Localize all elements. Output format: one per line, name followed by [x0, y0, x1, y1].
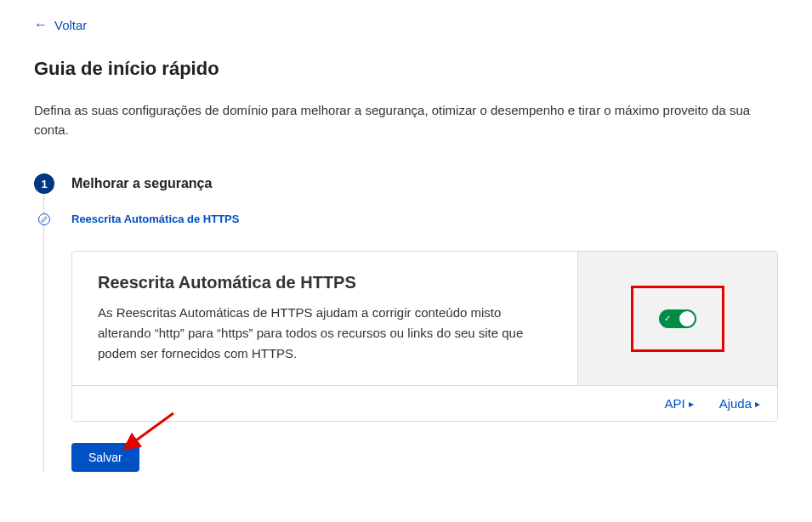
steps-container: 1 Melhorar a segurança Reescrita Automát…: [34, 173, 778, 472]
caret-right-icon: ▸: [689, 398, 694, 410]
pencil-icon: [38, 213, 50, 225]
card-body: Reescrita Automática de HTTPS As Reescri…: [72, 252, 777, 385]
timeline-line: [43, 194, 44, 472]
card-text-area: Reescrita Automática de HTTPS As Reescri…: [72, 252, 577, 385]
caret-right-icon: ▸: [755, 398, 760, 410]
card-description: As Reescritas Automáticas de HTTPS ajuda…: [98, 303, 552, 364]
toggle-knob: [679, 311, 695, 326]
check-icon: ✓: [664, 315, 671, 323]
page-title: Guia de início rápido: [34, 58, 778, 80]
arrow-left-icon: ←: [34, 17, 48, 32]
api-link[interactable]: API ▸: [664, 396, 693, 411]
card-title: Reescrita Automática de HTTPS: [98, 273, 552, 292]
substep-icon-wrap: [34, 213, 54, 225]
back-label: Voltar: [54, 18, 87, 32]
card-footer: API ▸ Ajuda ▸: [72, 385, 777, 421]
https-rewrite-toggle[interactable]: ✓: [659, 309, 696, 328]
card-toggle-area: ✓: [577, 252, 777, 385]
api-link-label: API: [664, 396, 684, 411]
back-link[interactable]: ← Voltar: [34, 17, 87, 32]
step-number-badge: 1: [34, 173, 54, 194]
save-button-wrap: Salvar: [71, 443, 139, 472]
step-content: Reescrita Automática de HTTPS As Reescri…: [71, 251, 778, 472]
toggle-highlight-box: ✓: [631, 286, 724, 352]
substep-label: Reescrita Automática de HTTPS: [71, 213, 239, 225]
step-header: 1 Melhorar a segurança: [34, 173, 778, 194]
page-description: Defina as suas configurações de domínio …: [34, 101, 778, 139]
save-button[interactable]: Salvar: [71, 443, 139, 472]
help-link[interactable]: Ajuda ▸: [719, 396, 760, 411]
help-link-label: Ajuda: [719, 396, 752, 411]
substep-row: Reescrita Automática de HTTPS: [34, 213, 778, 225]
step-title: Melhorar a segurança: [71, 176, 212, 191]
settings-card: Reescrita Automática de HTTPS As Reescri…: [71, 251, 778, 422]
